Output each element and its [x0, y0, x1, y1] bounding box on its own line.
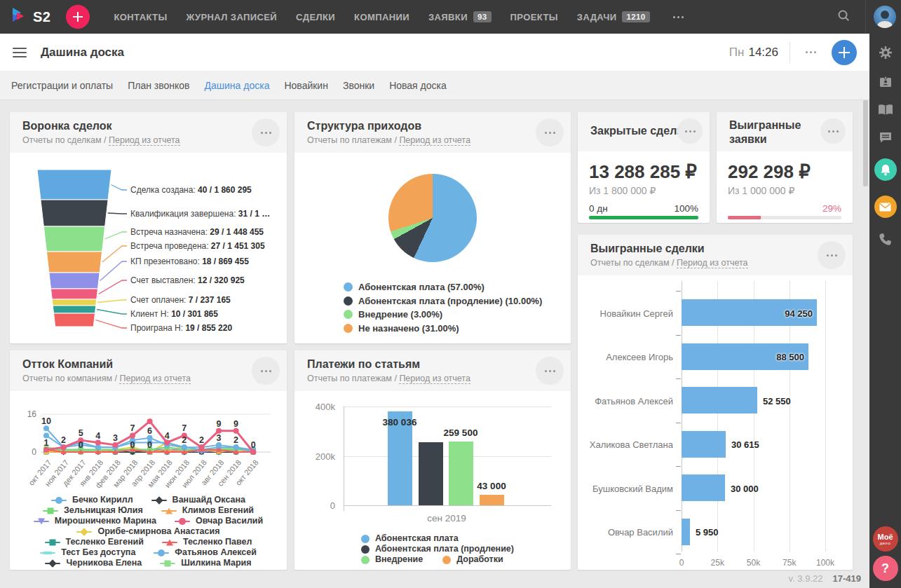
logo-text: S2: [33, 9, 50, 25]
svg-text:9: 9: [217, 419, 222, 429]
legend-item[interactable]: Шилкина Мария: [158, 558, 252, 568]
bar: [419, 442, 443, 505]
svg-text:0: 0: [147, 440, 152, 450]
card-menu-icon[interactable]: [536, 118, 564, 146]
legend-item[interactable]: Внедрение: [361, 554, 423, 565]
bar: [682, 519, 690, 545]
nav-item[interactable]: СДЕЛКИ: [296, 12, 335, 22]
right-sidebar: Моё дело ?: [869, 34, 901, 588]
legend-item[interactable]: Не назначено (31.00%): [344, 323, 542, 334]
bar-value-label: 30 000: [731, 483, 759, 493]
legend-item[interactable]: Зельницкая Юлия: [41, 505, 144, 516]
moedelo-logo[interactable]: Моё дело: [873, 526, 898, 552]
dashboard-tab[interactable]: Новая доска: [389, 80, 447, 91]
legend-item[interactable]: Доработки: [442, 554, 503, 565]
avatar[interactable]: [874, 6, 896, 28]
phone-icon[interactable]: [879, 233, 892, 246]
svg-text:2: 2: [61, 435, 66, 445]
legend-item[interactable]: Черникова Елена: [43, 558, 143, 568]
legend-item[interactable]: Орибе-смирнова Анастасия: [75, 526, 221, 537]
vbar-chart: 400k200k0380 036259 50043 000сен 2019Або…: [294, 391, 571, 570]
nav-item[interactable]: ПРОЕКТЫ: [510, 12, 558, 22]
legend-marker: [76, 528, 92, 536]
legend-item[interactable]: Ваншайд Оксана: [150, 495, 247, 505]
pie-chart: [388, 174, 477, 262]
legend-item[interactable]: Мирошниченко Марина: [32, 516, 158, 526]
period-link[interactable]: Период из отчета: [399, 374, 470, 384]
legend-label: Фатьянов Алексей: [175, 547, 257, 558]
period-link[interactable]: Период из отчета: [119, 374, 191, 384]
chat-icon[interactable]: [879, 131, 893, 144]
help-button[interactable]: ?: [873, 556, 898, 581]
nav-item[interactable]: КОНТАКТЫ: [114, 12, 167, 22]
card-menu-icon[interactable]: [818, 241, 846, 269]
legend-item[interactable]: Тесленко Евгений: [43, 537, 145, 547]
card-menu-icon[interactable]: [536, 357, 564, 385]
period-link[interactable]: Период из отчета: [677, 258, 748, 268]
employee-badge-icon[interactable]: [879, 75, 893, 89]
legend-item[interactable]: Абонентская плата (57.00%): [344, 282, 542, 292]
dashboard-tab[interactable]: Регистрации и оплаты: [11, 80, 113, 91]
card-title: Платежи по статьям: [307, 357, 558, 371]
legend-item[interactable]: Климов Евгений: [160, 505, 255, 516]
dashboard-tab[interactable]: Дашина доска: [205, 80, 270, 91]
legend-item[interactable]: Абонентская плата: [361, 533, 459, 544]
hamburger-menu-icon[interactable]: [13, 48, 27, 57]
legend-item[interactable]: Овчар Василий: [173, 516, 264, 526]
notifications-bell-icon[interactable]: [874, 158, 897, 181]
card-closed-deals: Закрытые сделки 13 288 285 ₽ Из 1 800 00…: [578, 112, 710, 223]
search-icon[interactable]: [832, 4, 855, 30]
card-title: Структура приходов: [307, 119, 558, 133]
legend-item[interactable]: Внедрение (3.00%): [344, 309, 542, 320]
card-menu-icon[interactable]: [820, 118, 846, 144]
bar-value-label: 43 000: [477, 481, 506, 491]
legend-item[interactable]: Абонентская плата (продление) (10.00%): [344, 296, 542, 306]
nav-more-icon[interactable]: [669, 12, 688, 22]
period-link[interactable]: Период из отчета: [109, 135, 180, 146]
kpi-right-label: 29%: [822, 203, 841, 214]
version-label: v. 3.9.22: [789, 573, 823, 584]
period-link[interactable]: Период из отчета: [399, 135, 470, 146]
app-logo[interactable]: S2: [10, 6, 50, 27]
legend-item[interactable]: Абонентская плата (продление): [361, 544, 514, 554]
svg-text:2: 2: [182, 435, 187, 445]
legend-marker: [162, 538, 177, 547]
card-header: Выигранные заявки: [717, 112, 853, 151]
card-menu-icon[interactable]: [677, 118, 703, 144]
kpi-right-label: 100%: [674, 203, 698, 214]
legend-label: Внедрение (3.00%): [358, 309, 442, 320]
bar-category-label: Овчар Василий: [578, 527, 673, 538]
legend-item[interactable]: Тест Без доступа: [39, 547, 137, 558]
svg-text:Проиграна Н: 19 / 855 220: Проиграна Н: 19 / 855 220: [130, 323, 232, 333]
nav-item[interactable]: ЗАДАЧИ1210: [577, 11, 650, 22]
titlebar-more-icon[interactable]: [801, 47, 820, 57]
add-dashlet-button[interactable]: [832, 40, 857, 65]
dashboard-tab[interactable]: Звонки: [343, 80, 374, 91]
legend-label: Доработки: [456, 554, 503, 565]
dashboard-tab[interactable]: План звонков: [128, 80, 189, 91]
axis-tick-label: 100k: [816, 558, 834, 568]
nav-item[interactable]: ЖУРНАЛ ЗАПИСЕЙ: [187, 12, 278, 22]
gridline: [344, 406, 551, 407]
svg-text:0: 0: [79, 440, 83, 450]
legend-marker: [45, 559, 60, 568]
quick-add-button[interactable]: [66, 5, 90, 29]
legend-item[interactable]: Фатьянов Алексей: [152, 547, 258, 558]
mail-icon[interactable]: [874, 196, 897, 218]
dashboard-tab[interactable]: Новайкин: [284, 80, 327, 91]
legend-marker: [344, 310, 353, 319]
svg-text:Сделка создана: 40 / 1 860 295: Сделка создана: 40 / 1 860 295: [130, 185, 252, 195]
knowledge-book-icon[interactable]: [878, 104, 893, 116]
legend-label: Тест Без доступа: [61, 547, 135, 558]
nav-item[interactable]: ЗАЯВКИ93: [428, 11, 492, 22]
legend-item[interactable]: Бечко Кирилл: [50, 495, 135, 505]
scrollbar-thumb[interactable]: [863, 100, 868, 186]
bar: [682, 431, 726, 458]
legend-item[interactable]: Тесленко Павел: [161, 537, 254, 547]
card-menu-icon[interactable]: [252, 357, 280, 385]
nav-item[interactable]: КОМПАНИИ: [354, 12, 409, 22]
svg-text:16: 16: [27, 409, 37, 419]
card-menu-icon[interactable]: [252, 118, 280, 146]
settings-gear-icon[interactable]: [878, 45, 893, 60]
svg-text:5: 5: [79, 428, 83, 438]
